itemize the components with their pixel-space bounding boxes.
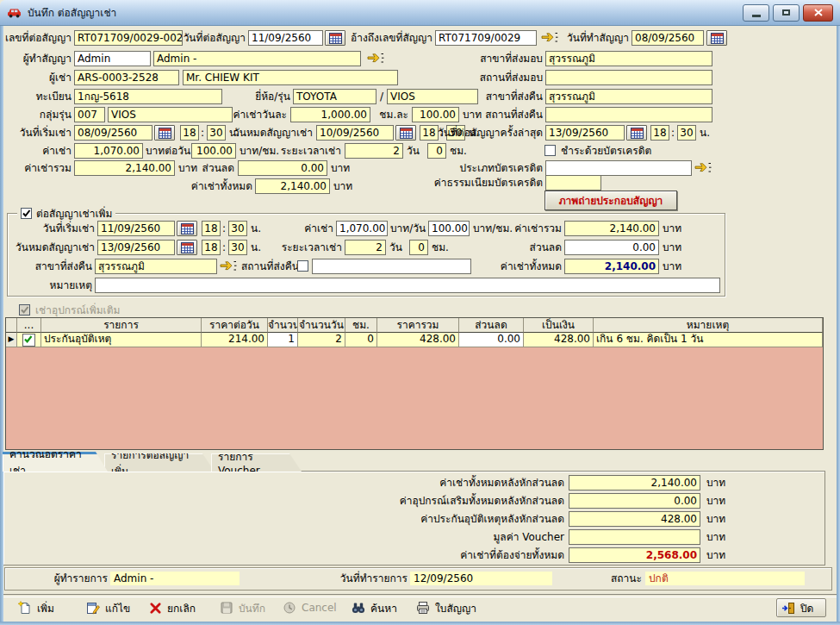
- renew-note-field[interactable]: [95, 278, 720, 293]
- total-insurance-label: ค่าประกันอุบัติเหตุหลังหักส่วนลด: [349, 511, 564, 527]
- tab-renewal-items[interactable]: รายการต่อสัญญาเพิ่ม: [104, 453, 215, 472]
- maker-lookup-button[interactable]: [367, 52, 384, 66]
- last-renew-date-field[interactable]: 13/09/2560: [545, 125, 625, 141]
- start-date-field[interactable]: 08/09/2560: [74, 125, 152, 141]
- deliver-branch-field[interactable]: สุวรรณภูมิ: [545, 51, 712, 66]
- credit-card-checkbox[interactable]: [544, 145, 556, 156]
- renewal-checkbox[interactable]: [21, 208, 32, 219]
- renew-discount-field[interactable]: 0.00: [564, 240, 659, 255]
- header-price-per-day[interactable]: ราคาต่อวัน: [202, 318, 268, 333]
- row-note[interactable]: เกิน 6 ชม. คิดเป็น 1 วัน: [594, 333, 823, 347]
- row-days[interactable]: 2: [298, 333, 345, 347]
- renter-name-field[interactable]: Mr. CHIEW KIT: [183, 70, 398, 85]
- status-date-label: วันที่ทำรายการ: [278, 571, 408, 586]
- last-renew-calendar-button[interactable]: [626, 125, 647, 141]
- maker-code-field[interactable]: Admin: [74, 51, 151, 66]
- header-discount[interactable]: ส่วนลด: [459, 318, 524, 333]
- period-hours-field[interactable]: 0: [427, 143, 446, 159]
- add-button-label: เพิ่ม: [37, 600, 54, 616]
- void-button[interactable]: ยกเลิก: [145, 598, 200, 617]
- renew-return-place-checkbox[interactable]: [297, 260, 308, 272]
- rent-grand-field[interactable]: 2,140.00: [255, 178, 330, 194]
- row-check-cell[interactable]: [17, 333, 41, 347]
- total-pay-field[interactable]: 2,568.00: [569, 547, 700, 563]
- discount-field[interactable]: 0.00: [238, 160, 327, 176]
- row-total[interactable]: 428.00: [377, 333, 459, 347]
- last-renew-label: วันที่ต่อสัญญาครั้งล่าสุด: [414, 125, 543, 141]
- renew-period-days-field[interactable]: 2: [345, 240, 386, 255]
- maximize-button[interactable]: [773, 4, 800, 22]
- rent-per-day-field[interactable]: 1,070.00: [74, 143, 143, 159]
- contract-photos-button[interactable]: ภาพถ่ายประกอบสัญญา: [544, 191, 677, 210]
- made-date-calendar-button[interactable]: [706, 30, 727, 46]
- maximize-icon: [782, 9, 790, 16]
- renew-grand-field[interactable]: 2,140.00: [564, 259, 659, 274]
- made-date-field[interactable]: 08/09/2560: [632, 30, 704, 46]
- row-qty[interactable]: 1: [268, 333, 298, 347]
- header-hours[interactable]: ชม.: [345, 318, 377, 333]
- period-days-field[interactable]: 2: [345, 143, 403, 159]
- new-document-icon: [18, 601, 32, 615]
- minimize-button[interactable]: [743, 4, 769, 22]
- hand-pointer-icon: [694, 161, 712, 174]
- search-button[interactable]: ค้นหา: [347, 598, 401, 617]
- header-qty[interactable]: จำนวน: [268, 318, 298, 333]
- row-hours[interactable]: 0: [345, 333, 377, 347]
- renew-return-branch-field[interactable]: สุวรรณภูมิ: [95, 259, 217, 274]
- end-date-field[interactable]: 10/09/2560: [316, 125, 394, 141]
- row-item-name[interactable]: ประกันอุบัติเหตุ: [41, 333, 202, 347]
- header-days[interactable]: จำนวนวัน: [298, 318, 345, 333]
- green-check-icon[interactable]: [22, 334, 35, 347]
- renew-start-calendar-button[interactable]: [177, 221, 197, 236]
- row-discount[interactable]: 0.00: [459, 333, 524, 347]
- print-contract-button[interactable]: ใบสัญญา: [412, 598, 481, 617]
- last-renew-hour-field[interactable]: 18: [650, 125, 669, 141]
- renew-end-date-field[interactable]: 13/09/2560: [97, 240, 175, 255]
- voucher-value-field[interactable]: [569, 529, 700, 545]
- renew-rent-day-field[interactable]: 1,070.00: [336, 221, 388, 236]
- edit-button[interactable]: แก้ไข: [82, 598, 134, 617]
- header-note[interactable]: หมายเหตุ: [594, 318, 823, 333]
- last-renew-minute-field[interactable]: 30: [677, 125, 696, 141]
- header-amount[interactable]: เป็นเงิน: [524, 318, 594, 333]
- maker-name-field[interactable]: Admin -: [153, 51, 361, 66]
- close-button[interactable]: [803, 4, 833, 22]
- renew-start-label: วันที่เริ่มเช่า: [0, 221, 95, 236]
- start-date-calendar-button[interactable]: [154, 125, 175, 141]
- search-button-label: ค้นหา: [370, 600, 397, 616]
- renew-total-field[interactable]: 2,140.00: [564, 221, 659, 236]
- renew-start-date-field[interactable]: 11/09/2560: [97, 221, 175, 236]
- header-check[interactable]: ...: [17, 318, 41, 333]
- total-insurance-field[interactable]: 428.00: [569, 511, 700, 527]
- rent-grand-label: ค่าเช่าทั้งหมด: [123, 178, 252, 194]
- total-rent-field[interactable]: 2,140.00: [569, 475, 700, 491]
- renew-end-calendar-button[interactable]: [177, 240, 197, 255]
- credit-type-lookup-button[interactable]: [694, 161, 712, 175]
- header-total[interactable]: ราคารวม: [377, 318, 459, 333]
- renew-period-hours-field[interactable]: 0: [409, 240, 428, 255]
- total-equip-field[interactable]: 0.00: [569, 493, 700, 509]
- brand-field[interactable]: TOYOTA: [293, 89, 376, 104]
- tab-calc-rate[interactable]: คำนวณอัตราค่าเช่า: [3, 452, 108, 472]
- save-button-label: บันทึก: [239, 600, 265, 616]
- baht-unit-label: บาท: [663, 221, 687, 236]
- row-price[interactable]: 214.00: [202, 333, 268, 347]
- close-form-button[interactable]: ปิด: [776, 598, 826, 617]
- add-button[interactable]: เพิ่ม: [14, 598, 59, 617]
- calendar-icon: [181, 242, 194, 253]
- calendar-icon: [631, 128, 644, 139]
- return-branch-field[interactable]: สุวรรณภูมิ: [545, 89, 712, 104]
- return-place-field[interactable]: [545, 107, 712, 122]
- header-item[interactable]: รายการ: [41, 318, 202, 333]
- row-amount[interactable]: 428.00: [524, 333, 594, 347]
- group-code-field[interactable]: 007: [74, 107, 105, 122]
- credit-fee-field[interactable]: [545, 175, 601, 191]
- baht-unit-label: บาท: [663, 240, 687, 255]
- deliver-place-field[interactable]: [545, 70, 712, 85]
- tab-voucher[interactable]: รายการ Voucher: [211, 453, 302, 472]
- table-row[interactable]: ▶ ประกันอุบัติเหตุ 214.00 1 2 0 428.00 0…: [6, 333, 823, 347]
- credit-type-field[interactable]: [545, 160, 692, 176]
- ref-contract-label: อ้างถึงเลขที่สัญญา: [303, 30, 432, 46]
- renew-branch-lookup-button[interactable]: [220, 259, 237, 273]
- renter-code-field[interactable]: ARS-0003-2528: [74, 70, 179, 85]
